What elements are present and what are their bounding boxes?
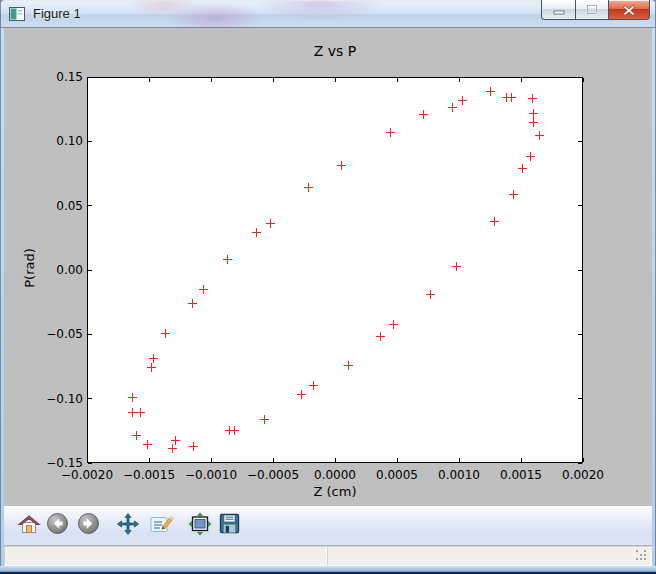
marker-stroke bbox=[533, 118, 534, 127]
scatter-marker bbox=[309, 381, 318, 390]
scatter-marker bbox=[266, 219, 275, 228]
minimize-button[interactable] bbox=[541, 0, 575, 20]
scatter-marker bbox=[168, 444, 177, 453]
y-tick-label: 0.00 bbox=[19, 263, 83, 277]
axis-tick bbox=[88, 398, 92, 399]
marker-stroke bbox=[132, 408, 133, 417]
y-tick-label: 0.10 bbox=[19, 134, 83, 148]
maximize-button[interactable] bbox=[575, 0, 609, 20]
marker-stroke bbox=[393, 320, 394, 329]
y-tick-label: 0.05 bbox=[19, 199, 83, 213]
axis-tick bbox=[211, 78, 212, 82]
marker-stroke bbox=[192, 299, 193, 308]
marker-stroke bbox=[423, 110, 424, 119]
scatter-marker bbox=[529, 118, 538, 127]
marker-stroke bbox=[390, 128, 391, 137]
axis-tick bbox=[335, 78, 336, 82]
axis-tick bbox=[88, 77, 92, 78]
scatter-marker bbox=[507, 93, 516, 102]
marker-stroke bbox=[140, 408, 141, 417]
window-border-right bbox=[652, 28, 656, 566]
resize-grip[interactable] bbox=[636, 550, 648, 562]
scatter-marker bbox=[297, 390, 306, 399]
scatter-marker bbox=[344, 361, 353, 370]
axis-tick bbox=[88, 270, 92, 271]
axis-tick bbox=[88, 334, 92, 335]
x-tick-label: −0.0010 bbox=[180, 468, 242, 482]
window-border-bottom bbox=[0, 566, 656, 574]
y-tick-label: −0.15 bbox=[19, 456, 83, 470]
scatter-marker bbox=[528, 94, 537, 103]
statusbar-left-pane bbox=[4, 546, 327, 566]
x-tick-label: −0.0005 bbox=[242, 468, 304, 482]
statusbar bbox=[4, 546, 652, 566]
marker-stroke bbox=[380, 332, 381, 341]
window-title: Figure 1 bbox=[33, 0, 81, 28]
x-axis-label: Z (cm) bbox=[275, 484, 395, 499]
scatter-marker bbox=[486, 87, 495, 96]
marker-stroke bbox=[490, 87, 491, 96]
toolbar-button-home[interactable] bbox=[17, 513, 41, 539]
axis-tick bbox=[578, 398, 582, 399]
scatter-marker bbox=[509, 190, 518, 199]
axis-tick bbox=[578, 141, 582, 142]
axis-tick bbox=[459, 78, 460, 82]
marker-stroke bbox=[270, 219, 271, 228]
marker-stroke bbox=[530, 152, 531, 161]
marker-stroke bbox=[172, 444, 173, 453]
scatter-marker bbox=[526, 152, 535, 161]
plot-area[interactable] bbox=[87, 77, 583, 463]
axis-tick bbox=[578, 334, 582, 335]
toolbar-button-back[interactable] bbox=[45, 513, 69, 539]
x-tick-label: 0.0020 bbox=[552, 468, 614, 482]
zoom-rect-icon bbox=[148, 512, 175, 540]
scatter-marker bbox=[189, 442, 198, 451]
toolbar-button-pan[interactable] bbox=[116, 513, 140, 539]
figure-canvas[interactable]: Z vs P Z (cm) P(rad) −0.0020−0.0015−0.00… bbox=[4, 28, 652, 506]
marker-stroke bbox=[256, 228, 257, 237]
chart-title: Z vs P bbox=[275, 43, 395, 59]
scatter-marker bbox=[389, 320, 398, 329]
toolbar-button-subplots[interactable] bbox=[188, 513, 212, 539]
save-icon bbox=[218, 512, 241, 539]
marker-stroke bbox=[522, 164, 523, 173]
marker-stroke bbox=[165, 329, 166, 338]
marker-stroke bbox=[539, 131, 540, 140]
marker-stroke bbox=[151, 363, 152, 372]
marker-stroke bbox=[494, 217, 495, 226]
scatter-marker bbox=[490, 217, 499, 226]
marker-stroke bbox=[430, 290, 431, 299]
axis-tick bbox=[88, 205, 92, 206]
scatter-marker bbox=[143, 440, 152, 449]
axis-tick bbox=[459, 458, 460, 462]
scatter-marker bbox=[448, 103, 457, 112]
toolbar-button-save[interactable] bbox=[217, 513, 241, 539]
titlebar[interactable]: Figure 1 bbox=[0, 0, 656, 28]
scatter-marker bbox=[260, 415, 269, 424]
scatter-marker bbox=[386, 128, 395, 137]
scatter-marker bbox=[337, 161, 346, 170]
close-button[interactable] bbox=[609, 0, 650, 20]
marker-stroke bbox=[308, 183, 309, 192]
maximize-icon bbox=[585, 3, 599, 17]
axis-tick bbox=[211, 458, 212, 462]
scatter-marker bbox=[452, 262, 461, 271]
marker-stroke bbox=[203, 285, 204, 294]
axis-tick bbox=[87, 78, 88, 82]
toolbar bbox=[4, 506, 652, 546]
scatter-marker bbox=[304, 183, 313, 192]
toolbar-button-forward[interactable] bbox=[76, 513, 100, 539]
marker-stroke bbox=[234, 426, 235, 435]
marker-stroke bbox=[511, 93, 512, 102]
matplotlib-window-icon[interactable] bbox=[9, 6, 25, 22]
forward-icon bbox=[77, 512, 100, 539]
axis-tick bbox=[88, 463, 92, 464]
axis-tick bbox=[273, 458, 274, 462]
toolbar-button-zoom[interactable] bbox=[148, 513, 175, 539]
axis-tick bbox=[397, 458, 398, 462]
axis-tick bbox=[149, 78, 150, 82]
configure-subplots-icon bbox=[188, 512, 212, 540]
marker-stroke bbox=[313, 381, 314, 390]
scatter-marker bbox=[188, 299, 197, 308]
scatter-marker bbox=[426, 290, 435, 299]
